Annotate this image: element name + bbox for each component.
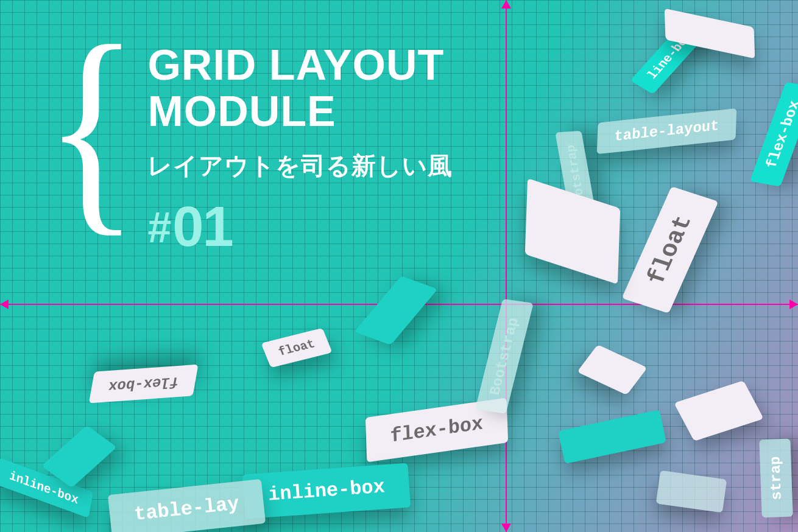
card-blank [674, 380, 763, 441]
axis-arrow-left [0, 299, 9, 309]
card-blank [558, 410, 666, 464]
title-text: GRID LAYOUT MODULE レイアウトを司る新しい風 #01 [147, 37, 453, 259]
brace-glyph: { [44, 37, 134, 217]
card-float-big: float [622, 186, 719, 313]
card-blank [577, 345, 647, 395]
hash-symbol: # [147, 204, 170, 251]
card-tablelayout-btm: table-lay [108, 479, 266, 532]
axis-vertical [506, 0, 507, 532]
title-line1: GRID LAYOUT [147, 43, 453, 89]
title-number: #01 [147, 195, 453, 259]
card-strap-btm: strap [759, 439, 793, 518]
card-bootstrap-v: Bootstrap [475, 299, 534, 413]
card-blank [525, 178, 621, 284]
axis-arrow-down [501, 523, 511, 532]
card-float-sm: float [261, 328, 332, 368]
card-blank [656, 471, 727, 513]
card-tablelayout-top: table-layout [597, 108, 736, 154]
number-value: 01 [172, 195, 232, 257]
title-block: { GRID LAYOUT MODULE レイアウトを司る新しい風 #01 [37, 37, 453, 259]
card-blank [354, 276, 437, 345]
card-flexbox-mid: flex-box [89, 365, 199, 404]
axis-arrow-right [789, 299, 798, 309]
card-inlinebox-btm: inline-box [242, 463, 411, 519]
axis-arrow-up [501, 0, 511, 9]
card-flexbox-cyan: flex-box [750, 82, 798, 186]
title-line2: MODULE [147, 89, 453, 135]
title-subtitle: レイアウトを司る新しい風 [147, 149, 453, 183]
